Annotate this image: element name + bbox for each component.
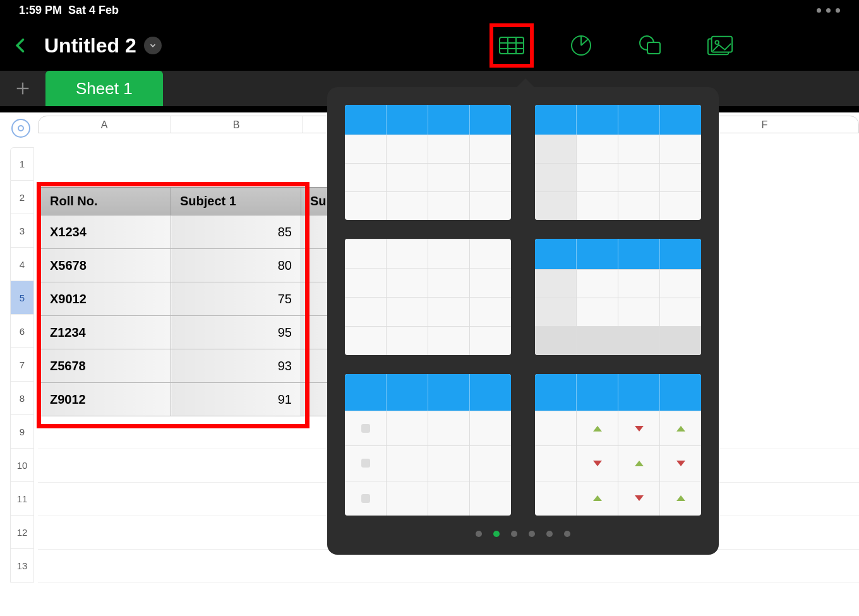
status-bar: 1:59 PM Sat 4 Feb [0,0,859,20]
row-header-13[interactable]: 13 [10,549,34,583]
page-dot-2[interactable] [493,531,500,537]
table-styles-popover [327,87,719,555]
table-row[interactable]: Z901291 [41,383,339,416]
cell-roll[interactable]: Z9012 [41,383,171,416]
row-headers[interactable]: 12345678910111213 [10,147,34,583]
more-menu-icon[interactable] [817,8,840,13]
highlight-box [490,23,534,68]
cell-subject1[interactable]: 93 [171,349,301,383]
row-header-12[interactable]: 12 [10,516,34,549]
row-header-3[interactable]: 3 [10,214,34,248]
insert-shape-button[interactable] [635,30,666,61]
insert-chart-button[interactable] [565,30,597,61]
cell-roll[interactable]: Z5678 [41,349,171,383]
page-indicator[interactable] [345,531,701,537]
cell-subject1[interactable]: 75 [171,282,301,316]
status-time: 1:59 PM [19,4,62,16]
page-dot-4[interactable] [529,531,535,537]
row-header-2[interactable]: 2 [10,181,34,214]
cell-subject1[interactable]: 85 [171,215,301,249]
row-header-9[interactable]: 9 [10,415,34,449]
page-dot-6[interactable] [564,531,570,537]
title-bar: Untitled 2 [0,20,859,71]
page-dot-1[interactable] [476,531,482,537]
cell-subject1[interactable]: 95 [171,316,301,349]
table-style-1[interactable] [345,105,511,220]
row-header-1[interactable]: 1 [10,147,34,181]
back-button[interactable] [9,35,32,57]
row-header-6[interactable]: 6 [10,315,34,348]
table-style-3[interactable] [345,239,511,354]
select-all-handle[interactable] [11,119,30,138]
data-table[interactable]: Roll No. Subject 1 Su X123485X567880X901… [40,187,339,416]
table-row[interactable]: Z567893 [41,349,339,383]
cell-roll[interactable]: X5678 [41,249,171,282]
table-row[interactable]: X567880 [41,249,339,282]
cell-subject1[interactable]: 80 [171,249,301,282]
cell-subject1[interactable]: 91 [171,383,301,416]
row-header-5[interactable]: 5 [10,281,34,315]
table-header-roll[interactable]: Roll No. [41,188,171,215]
sheet-tab-1[interactable]: Sheet 1 [45,71,163,106]
table-style-2[interactable] [535,105,701,220]
row-header-7[interactable]: 7 [10,348,34,382]
cell-roll[interactable]: X1234 [41,215,171,249]
cell-roll[interactable]: X9012 [41,282,171,316]
cell-roll[interactable]: Z1234 [41,316,171,349]
table-style-6[interactable] [535,374,701,516]
row-header-8[interactable]: 8 [10,382,34,415]
col-header-B[interactable]: B [171,116,303,133]
document-menu-button[interactable] [144,37,162,54]
add-sheet-button[interactable] [0,71,45,106]
table-style-4[interactable] [535,239,701,354]
row-header-4[interactable]: 4 [10,248,34,281]
status-date: Sat 4 Feb [68,4,119,16]
table-style-5[interactable] [345,374,511,516]
col-header-A[interactable]: A [39,116,171,133]
document-title[interactable]: Untitled 2 [44,34,136,57]
row-header-11[interactable]: 11 [10,482,34,516]
insert-media-button[interactable] [704,30,736,61]
row-header-10[interactable]: 10 [10,449,34,482]
page-dot-3[interactable] [511,531,517,537]
table-row[interactable]: X123485 [41,215,339,249]
table-header-subject1[interactable]: Subject 1 [171,188,301,215]
svg-line-7 [581,39,588,45]
insert-table-button[interactable] [496,30,527,61]
page-dot-5[interactable] [546,531,553,537]
table-row[interactable]: Z123495 [41,316,339,349]
table-row[interactable]: X901275 [41,282,339,316]
svg-rect-9 [647,42,660,54]
